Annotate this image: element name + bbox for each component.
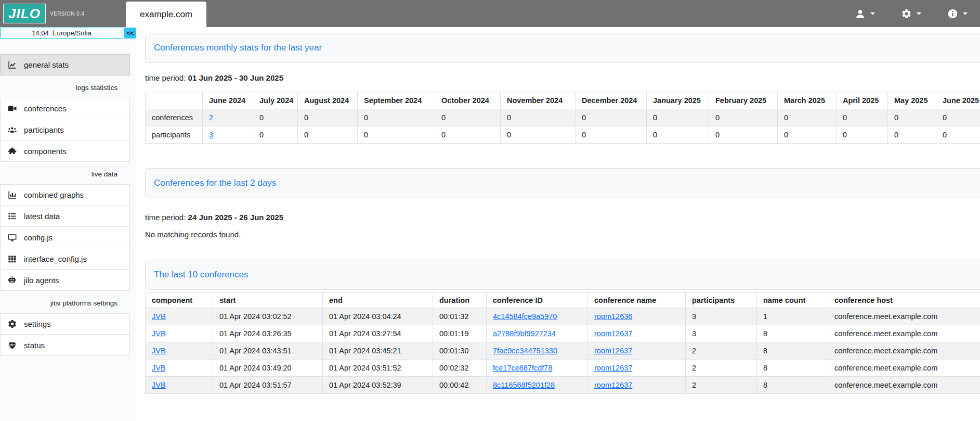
table-cell: 0 [936,109,980,126]
cell-link-jvb[interactable]: JVB [152,329,166,338]
sidebar-item-interface-config-js[interactable]: interface_config.js [0,248,130,270]
table-cell: 0 [647,126,709,144]
sidebar-item-settings[interactable]: settings [0,313,130,335]
column-header-june-2024: June 2024 [203,92,253,109]
cell-link-room12637[interactable]: room12637 [594,381,632,389]
cell-link-8c116568f5201f28[interactable]: 8c116568f5201f28 [493,381,555,389]
list-icon [7,211,17,221]
section-title-text: The last 10 conferences [154,270,248,280]
platform-tab-example-com[interactable]: example.com [126,2,206,27]
sidebar-collapse-button[interactable]: << [124,28,136,39]
time-row: 14:04 Europe/Sofia << [0,28,136,39]
settings-menu[interactable] [901,8,921,19]
sidebar-item-jilo-agents[interactable]: jilo agents [0,270,130,291]
column-header-march-2025: March 2025 [778,92,837,109]
section-title-text: Conferences monthly stats for the last y… [154,43,322,53]
cell-link-4c14584fce9a5970[interactable]: 4c14584fce9a5970 [493,312,557,321]
table-cell: 0 [837,126,888,144]
table-cell: 2 [203,109,253,126]
time-period-label: time period: [145,73,186,82]
monthly-stats-table: June 2024July 2024August 2024September 2… [145,92,980,144]
cell-link-7fae9ce344751330[interactable]: 7fae9ce344751330 [493,347,557,355]
cell-link-room12637[interactable]: room12637 [594,364,632,372]
time-period-monthly: time period: 01 Jun 2025 - 30 Jun 2025 [145,73,980,82]
sidebar-item-label: interface_config.js [24,254,87,263]
table-cell: conference.meet.example.com [828,308,980,325]
sidebar-item-participants[interactable]: participants [0,119,130,141]
table-cell: conference.meet.example.com [828,342,980,360]
table-cell: 0 [358,109,435,126]
table-cell: 3 [686,308,757,325]
table-cell: 0 [576,126,647,144]
column-header-july-2024: July 2024 [253,92,298,109]
cell-link-2[interactable]: 2 [209,113,213,122]
cell-link-a2788f9bf9927234[interactable]: a2788f9bf9927234 [493,329,556,338]
info-icon [947,8,958,19]
cell-link-room12636[interactable]: room12636 [594,312,632,321]
column-header-conference-name: conference name [588,293,686,308]
cell-link-room12637[interactable]: room12637 [594,347,632,355]
sidebar-item-combined-graphs[interactable]: combined graphs [0,184,130,206]
table-cell: 4c14584fce9a5970 [487,308,588,325]
table-cell: conference.meet.example.com [828,360,980,377]
table-cell: 8 [757,325,828,342]
sidebar-item-conferences[interactable]: conferences [0,98,130,119]
table-cell: 0 [837,109,888,126]
cell-link-jvb[interactable]: JVB [152,364,166,372]
sidebar-item-config-js[interactable]: config.js [0,227,130,248]
table-cell: 0 [647,109,709,126]
sidebar-item-components[interactable]: components [0,141,130,162]
table-row: JVB01 Apr 2024 03:02:5201 Apr 2024 03:04… [146,308,980,325]
column-header-participants: participants [686,293,757,308]
column-header-december-2024: December 2024 [576,92,647,109]
cell-link-3[interactable]: 3 [209,131,213,139]
table-cell: JVB [146,342,213,360]
cell-link-fce17ce887fcdf78[interactable]: fce17ce887fcdf78 [493,364,552,372]
cell-link-room12637[interactable]: room12637 [594,329,632,338]
column-header-start: start [213,293,323,308]
sidebar-item-label: conferences [24,104,67,113]
column-header-january-2025: January 2025 [647,92,709,109]
topbar-menus [855,8,980,19]
cell-link-jvb[interactable]: JVB [152,381,166,389]
time-period-label: time period: [145,213,186,222]
sidebar-group: general stats [0,54,130,75]
info-menu[interactable] [947,8,968,19]
sidebar-item-general-stats[interactable]: general stats [0,54,130,75]
monitor-icon [7,233,17,243]
timezone-value: Europe/Sofia [53,29,92,37]
column-header [146,92,203,109]
main-content: Conferences monthly stats for the last y… [136,27,980,421]
app-logo[interactable]: JILO [3,4,46,23]
table-cell: JVB [146,360,213,377]
sidebar: 14:04 Europe/Sofia << general statslogs … [0,27,136,421]
video-icon [7,104,17,113]
chevron-down-icon [917,12,921,15]
sidebar-item-label: components [24,147,67,156]
column-header-september-2024: September 2024 [358,92,435,109]
sidebar-item-latest-data[interactable]: latest data [0,206,130,227]
sidebar-item-status[interactable]: status [0,335,130,356]
table-cell: 00:01:32 [433,308,487,325]
time-period-value: 24 Jun 2025 - 26 Jun 2025 [188,213,283,222]
table-cell: 0 [501,109,576,126]
table-cell: 8 [757,342,828,360]
table-cell: 01 Apr 2024 03:04:24 [323,308,433,325]
cell-link-jvb[interactable]: JVB [152,312,166,321]
sidebar-item-label: jilo agents [24,276,59,285]
table-cell: room12637 [588,377,686,394]
users-icon [7,125,17,135]
user-menu[interactable] [855,8,875,19]
table-cell: room12636 [588,308,686,325]
table-cell: 2 [686,377,757,394]
gear-icon [901,8,912,19]
cell-link-jvb[interactable]: JVB [152,347,166,355]
sidebar-section-label-live-data: live data [0,170,130,178]
table-cell: conferences [146,109,203,126]
time-period-value: 01 Jun 2025 - 30 Jun 2025 [188,73,283,82]
section-title-monthly-stats: Conferences monthly stats for the last y… [145,33,980,63]
column-header-october-2024: October 2024 [435,92,501,109]
gear-icon [7,319,17,329]
table-cell: 00:02:32 [433,360,487,377]
table-cell: 0 [298,126,358,144]
